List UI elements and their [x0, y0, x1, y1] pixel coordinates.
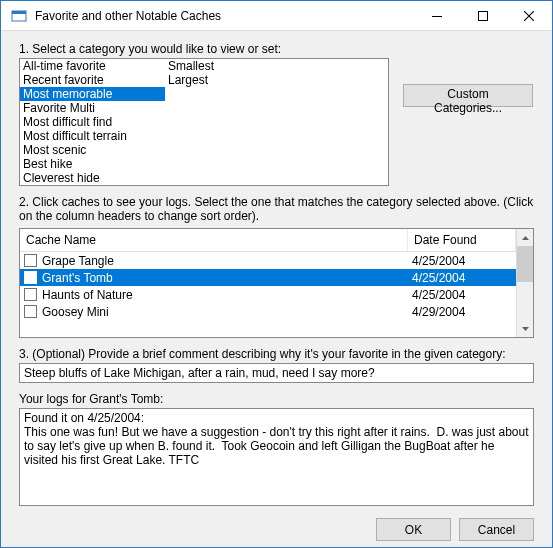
svg-rect-3 [479, 11, 488, 20]
cache-name-cell: Grant's Tomb [20, 271, 408, 285]
cache-date-cell: 4/25/2004 [408, 254, 516, 268]
dialog-footer: OK Cancel [19, 506, 534, 541]
cache-date-cell: 4/25/2004 [408, 271, 516, 285]
category-item[interactable]: Favorite Multi [20, 101, 165, 115]
row-checkbox[interactable] [24, 288, 37, 301]
maximize-button[interactable] [460, 1, 506, 31]
category-listbox[interactable]: All-time favoriteSmallestRecent favorite… [19, 58, 389, 186]
table-row[interactable]: Grape Tangle4/25/2004 [20, 252, 516, 269]
cache-name: Grant's Tomb [42, 271, 113, 285]
svg-rect-1 [12, 11, 26, 14]
cache-name-cell: Haunts of Nature [20, 288, 408, 302]
cache-list: Cache Name Date Found Grape Tangle4/25/2… [19, 228, 534, 338]
category-item[interactable]: Most scenic [20, 143, 165, 157]
cache-name-cell: Grape Tangle [20, 254, 408, 268]
step3-label: 3. (Optional) Provide a brief comment de… [19, 347, 534, 361]
cache-name: Goosey Mini [42, 305, 109, 319]
custom-categories-button[interactable]: Custom Categories... [403, 84, 533, 107]
comment-input[interactable] [19, 363, 534, 383]
dialog-content: 1. Select a category you would like to v… [1, 31, 552, 548]
row-checkbox[interactable] [24, 254, 37, 267]
scroll-up-button[interactable] [517, 229, 533, 246]
cache-date-cell: 4/25/2004 [408, 288, 516, 302]
cache-name-cell: Goosey Mini [20, 305, 408, 319]
category-item[interactable] [165, 157, 310, 171]
cancel-button[interactable]: Cancel [459, 518, 534, 541]
category-item[interactable] [165, 101, 310, 115]
logs-textarea[interactable] [19, 408, 534, 506]
category-item[interactable]: Recent favorite [20, 73, 165, 87]
category-item[interactable] [165, 87, 310, 101]
cache-name: Haunts of Nature [42, 288, 133, 302]
category-item[interactable] [165, 171, 310, 185]
column-header-name[interactable]: Cache Name [20, 229, 408, 251]
category-item[interactable]: Most memorable [20, 87, 165, 101]
ok-button[interactable]: OK [376, 518, 451, 541]
category-item[interactable]: Largest [165, 73, 310, 87]
scroll-down-button[interactable] [517, 320, 533, 337]
category-item[interactable]: Most difficult find [20, 115, 165, 129]
logs-label: Your logs for Grant's Tomb: [19, 392, 534, 406]
column-header-date[interactable]: Date Found [408, 229, 516, 251]
category-item[interactable] [165, 143, 310, 157]
step2-label: 2. Click caches to see your logs. Select… [19, 195, 534, 223]
svg-rect-2 [432, 16, 442, 17]
app-icon [9, 6, 29, 26]
category-item[interactable]: All-time favorite [20, 59, 165, 73]
window-title: Favorite and other Notable Caches [35, 9, 414, 23]
category-item[interactable]: Best hike [20, 157, 165, 171]
cache-list-scrollbar[interactable] [516, 229, 533, 337]
cache-list-header: Cache Name Date Found [20, 229, 516, 252]
category-item[interactable]: Cleverest hide [20, 171, 165, 185]
category-item[interactable]: Most difficult terrain [20, 129, 165, 143]
cache-date-cell: 4/29/2004 [408, 305, 516, 319]
table-row[interactable]: Haunts of Nature4/25/2004 [20, 286, 516, 303]
table-row[interactable]: Goosey Mini4/29/2004 [20, 303, 516, 320]
titlebar: Favorite and other Notable Caches [1, 1, 552, 31]
step1-label: 1. Select a category you would like to v… [19, 42, 534, 56]
minimize-button[interactable] [414, 1, 460, 31]
row-checkbox[interactable] [24, 271, 37, 284]
cache-name: Grape Tangle [42, 254, 114, 268]
category-item[interactable]: Most embarrassing [20, 185, 165, 186]
close-button[interactable] [506, 1, 552, 31]
scroll-thumb[interactable] [517, 246, 533, 282]
category-item[interactable]: Smallest [165, 59, 310, 73]
category-item[interactable] [165, 129, 310, 143]
row-checkbox[interactable] [24, 305, 37, 318]
category-item[interactable] [165, 185, 310, 186]
dialog-window: Favorite and other Notable Caches 1. Sel… [0, 0, 553, 548]
category-item[interactable] [165, 115, 310, 129]
table-row[interactable]: Grant's Tomb4/25/2004 [20, 269, 516, 286]
scroll-track[interactable] [517, 246, 533, 320]
